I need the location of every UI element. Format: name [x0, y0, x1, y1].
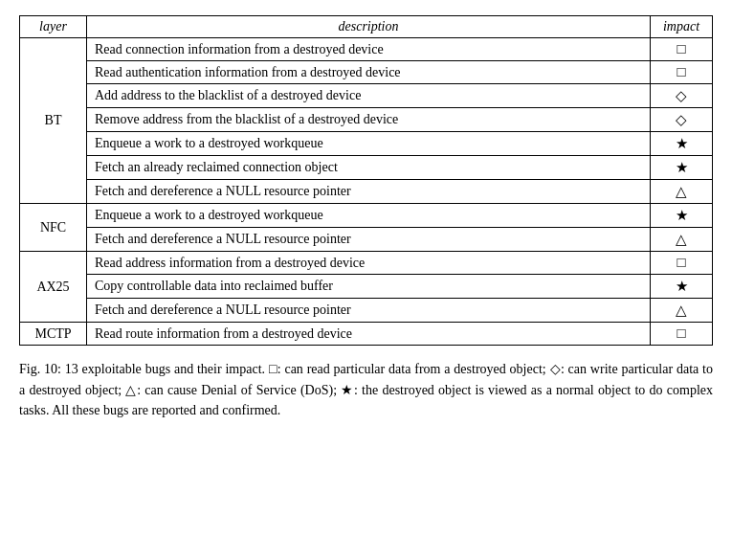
table-row: MCTPRead route information from a destro…: [20, 323, 713, 346]
description-cell: Read authentication information from a d…: [87, 61, 651, 84]
header-impact: impact: [651, 16, 713, 38]
impact-cell: ★: [651, 204, 713, 228]
figure-caption: Fig. 10: 13 exploitable bugs and their i…: [19, 359, 713, 421]
description-cell: Copy controllable data into reclaimed bu…: [87, 275, 651, 299]
description-cell: Read address information from a destroye…: [87, 252, 651, 275]
header-layer: layer: [20, 16, 87, 38]
impact-cell: □: [651, 323, 713, 346]
description-cell: Enqueue a work to a destroyed workqueue: [87, 132, 651, 156]
table-row: Copy controllable data into reclaimed bu…: [20, 275, 713, 299]
description-cell: Read route information from a destroyed …: [87, 323, 651, 346]
bugs-table: layer description impact BTRead connecti…: [19, 15, 713, 346]
impact-cell: ★: [651, 132, 713, 156]
impact-cell: □: [651, 61, 713, 84]
table-row: Fetch and dereference a NULL resource po…: [20, 299, 713, 323]
impact-cell: □: [651, 252, 713, 275]
description-cell: Add address to the blacklist of a destro…: [87, 84, 651, 108]
layer-cell: MCTP: [20, 323, 87, 346]
description-cell: Fetch and dereference a NULL resource po…: [87, 180, 651, 204]
description-cell: Fetch and dereference a NULL resource po…: [87, 228, 651, 252]
table-row: AX25Read address information from a dest…: [20, 252, 713, 275]
impact-cell: △: [651, 299, 713, 323]
impact-cell: ★: [651, 275, 713, 299]
caption-text: 13 exploitable bugs and their impact. □:…: [19, 362, 713, 417]
impact-cell: △: [651, 180, 713, 204]
table-row: Fetch an already reclaimed connection ob…: [20, 156, 713, 180]
description-cell: Enqueue a work to a destroyed workqueue: [87, 204, 651, 228]
layer-cell: NFC: [20, 204, 87, 252]
table-row: Fetch and dereference a NULL resource po…: [20, 180, 713, 204]
header-description: description: [87, 16, 651, 38]
table-row: NFCEnqueue a work to a destroyed workque…: [20, 204, 713, 228]
table-row: Fetch and dereference a NULL resource po…: [20, 228, 713, 252]
layer-cell: BT: [20, 38, 87, 204]
table-row: Add address to the blacklist of a destro…: [20, 84, 713, 108]
description-cell: Read connection information from a destr…: [87, 38, 651, 61]
table-row: Enqueue a work to a destroyed workqueue★: [20, 132, 713, 156]
impact-cell: ★: [651, 156, 713, 180]
main-table-container: layer description impact BTRead connecti…: [19, 15, 713, 346]
impact-cell: ◇: [651, 108, 713, 132]
fig-label: Fig. 10:: [19, 362, 61, 376]
layer-cell: AX25: [20, 252, 87, 323]
impact-cell: ◇: [651, 84, 713, 108]
impact-cell: △: [651, 228, 713, 252]
table-row: BTRead connection information from a des…: [20, 38, 713, 61]
description-cell: Remove address from the blacklist of a d…: [87, 108, 651, 132]
description-cell: Fetch and dereference a NULL resource po…: [87, 299, 651, 323]
impact-cell: □: [651, 38, 713, 61]
table-row: Remove address from the blacklist of a d…: [20, 108, 713, 132]
table-row: Read authentication information from a d…: [20, 61, 713, 84]
description-cell: Fetch an already reclaimed connection ob…: [87, 156, 651, 180]
